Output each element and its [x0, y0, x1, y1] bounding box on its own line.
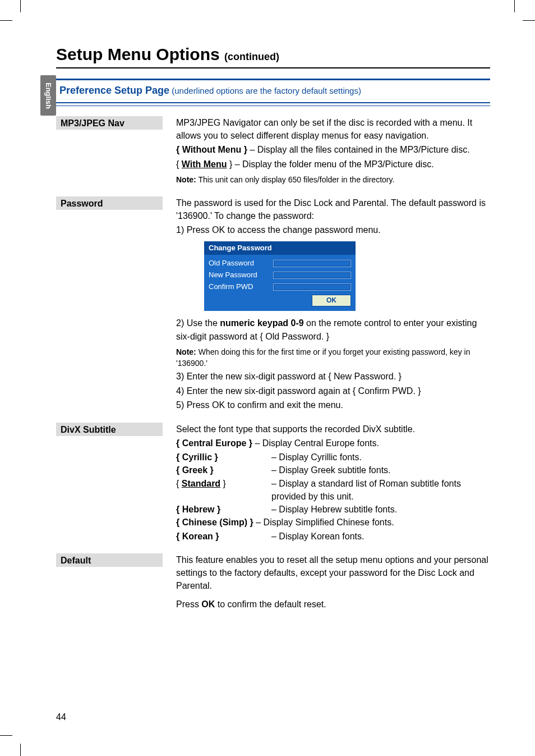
divx-central: { Central Europe } – Display Central Eur… — [176, 437, 490, 450]
t: Press — [176, 599, 201, 609]
confirm-pwd-field[interactable] — [273, 283, 351, 291]
term: { Korean } — [176, 532, 219, 541]
term: { Central Europe } — [176, 438, 252, 448]
section-mp3jpeg: MP3/JPEG Nav MP3/JPEG Navigator can only… — [56, 116, 490, 186]
title-main: Setup Menu Options — [56, 45, 224, 63]
term: { Cyrillic } — [176, 452, 218, 462]
page-number: 44 — [56, 712, 66, 722]
divx-cyrillic: { Cyrillic }– Display Cyrillic fonts. — [176, 451, 490, 464]
new-password-row: New Password — [209, 270, 351, 281]
new-password-field[interactable] — [273, 272, 351, 279]
note-label: Note: — [176, 175, 196, 184]
preference-header: Preference Setup Page (underlined option… — [56, 79, 490, 103]
term: { Chinese (Simp) } — [176, 517, 253, 527]
note-label: Note: — [176, 347, 196, 356]
note-text: When doing this for the first time or if… — [176, 347, 470, 368]
pw-step3: 3) Enter the new six-digit password at {… — [176, 370, 490, 383]
divx-hebrew: { Hebrew }– Display Hebrew subtitle font… — [176, 503, 490, 516]
old-password-label: Old Password — [209, 258, 273, 269]
section-default: Default This feature enables you to rese… — [56, 553, 490, 612]
ok-text: OK — [201, 599, 215, 609]
divx-korean: { Korean }– Display Korean fonts. — [176, 530, 490, 543]
new-password-label: New Password — [209, 270, 273, 281]
def: – Display Greek subtitle fonts. — [271, 464, 490, 476]
pw-step5: 5) Press OK to confirm and exit the menu… — [176, 398, 490, 411]
def: – Display Central Europe fonts. — [252, 438, 379, 448]
label-password: Password — [56, 196, 163, 210]
pref-header-sub: (underlined options are the factory defa… — [169, 86, 361, 95]
term: { Greek } — [176, 465, 214, 475]
mp3-desc: MP3/JPEG Navigator can only be set if th… — [176, 116, 490, 142]
change-password-dialog: Change Password Old Password New Passwor… — [204, 241, 356, 311]
keypad-bold: numeric keypad 0-9 — [220, 318, 303, 328]
pw-note: Note: When doing this for the first time… — [176, 346, 490, 369]
t: 2) Use the — [176, 318, 220, 328]
pw-step2: 2) Use the numeric keypad 0-9 on the rem… — [176, 317, 490, 342]
note-text: This unit can only display 650 files/fol… — [196, 175, 395, 184]
brace: } — [220, 479, 226, 488]
default-confirm: Press OK to confirm the default reset. — [176, 598, 490, 611]
page-title: Setup Menu Options (continued) — [56, 45, 535, 64]
language-tab: English — [40, 75, 56, 116]
opt-without-term: { Without Menu } — [176, 145, 247, 154]
ok-button[interactable]: OK — [312, 295, 351, 306]
pw-desc: The password is used for the Disc Lock a… — [176, 196, 490, 222]
mp3-opt-with: { With Menu } – Display the folder menu … — [176, 158, 490, 171]
divx-standard: { Standard }– Display a standard list of… — [176, 477, 490, 503]
divider — [56, 106, 490, 106]
label-default: Default — [56, 553, 163, 567]
title-continued: (continued) — [224, 51, 279, 62]
dialog-title: Change Password — [204, 241, 356, 255]
divx-desc: Select the font type that supports the r… — [176, 423, 490, 436]
pw-step1-text: 1) Press OK to access the change passwor… — [176, 225, 381, 235]
divx-greek: { Greek }– Display Greek subtitle fonts. — [176, 464, 490, 476]
term: Standard — [182, 479, 220, 488]
def: – Display Cyrillic fonts. — [271, 451, 490, 464]
old-password-row: Old Password — [209, 258, 351, 269]
divider — [56, 67, 490, 68]
confirm-pwd-row: Confirm PWD — [209, 282, 351, 292]
def: – Display Korean fonts. — [271, 530, 490, 543]
confirm-pwd-label: Confirm PWD — [209, 282, 273, 292]
default-desc: This feature enables you to reset all th… — [176, 553, 490, 593]
term: { Hebrew } — [176, 505, 220, 514]
opt-with-term: With Menu — [182, 159, 227, 169]
def: – Display Simplified Chinese fonts. — [253, 517, 394, 527]
brace: { — [176, 479, 182, 488]
divx-chinese: { Chinese (Simp) } – Display Simplified … — [176, 516, 490, 529]
mp3-opt-without: { Without Menu } – Display all the files… — [176, 143, 490, 156]
def: – Display a standard list of Roman subti… — [271, 477, 490, 503]
brace: { — [176, 159, 182, 169]
brace: } — [227, 159, 233, 169]
section-divx: DivX Subtitle Select the font type that … — [56, 423, 490, 543]
label-mp3jpeg: MP3/JPEG Nav — [56, 116, 163, 130]
opt-with-def: – Display the folder menu of the MP3/Pic… — [232, 159, 433, 169]
mp3-note: Note: This unit can only display 650 fil… — [176, 174, 490, 185]
pref-header-bold: Preference Setup Page — [59, 85, 169, 96]
pw-step1: 1) Press OK to access the change passwor… — [176, 223, 490, 236]
section-password: Password The password is used for the Di… — [56, 196, 490, 413]
pw-step4: 4) Enter the new six-digit password agai… — [176, 384, 490, 397]
opt-without-def: – Display all the files contained in the… — [247, 145, 470, 154]
t: to confirm the default reset. — [215, 599, 326, 609]
def: – Display Hebrew subtitle fonts. — [271, 503, 490, 516]
label-divx: DivX Subtitle — [56, 423, 163, 436]
old-password-field[interactable] — [273, 260, 351, 267]
